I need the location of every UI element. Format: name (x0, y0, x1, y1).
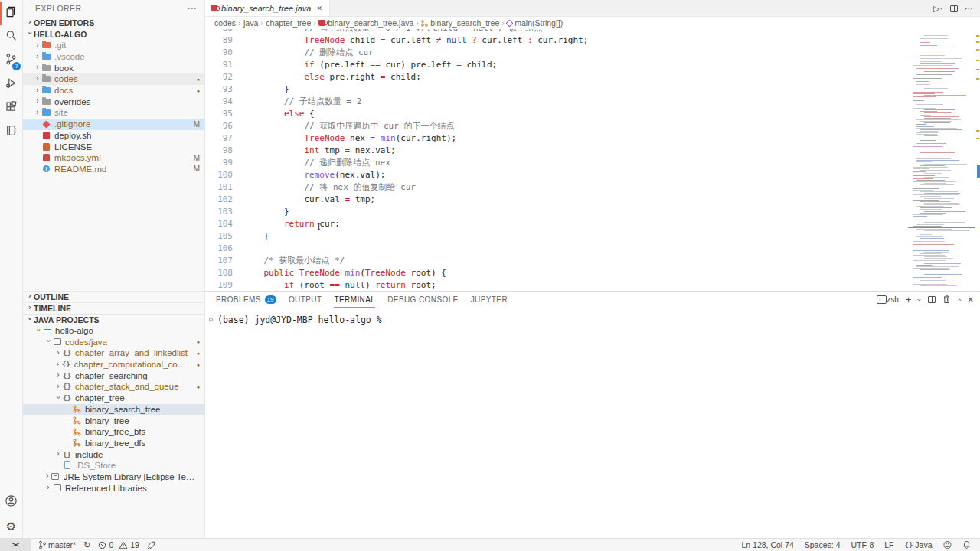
panel-tab-debug-console[interactable]: DEBUG CONSOLE (387, 292, 458, 308)
breadcrumb-item-2[interactable]: chapter_tree (266, 18, 311, 28)
launch-indicator[interactable] (147, 541, 155, 549)
java-item-chapter-array-and-linkedlist[interactable]: ›{}chapter_array_and_linkedlist● (23, 347, 204, 359)
minimap-line (911, 188, 972, 189)
section-timeline[interactable]: › TIMELINE (23, 302, 204, 314)
breadcrumb-item-3[interactable]: binary_search_tree.java (318, 18, 413, 28)
language-mode[interactable]: {} Java (905, 540, 933, 549)
minimap-line (911, 63, 972, 64)
feedback-button[interactable]: ☺ (943, 540, 952, 550)
explorer-item-license[interactable]: LICENSE (23, 141, 204, 152)
section-outline[interactable]: › OUTLINE (23, 291, 204, 302)
java-item-chapter-computational-complexity[interactable]: ›{}chapter_computational_complexity● (23, 359, 204, 370)
chevron-down-icon[interactable]: › (916, 298, 923, 302)
java-item-binary-search-tree[interactable]: binary_search_tree (23, 404, 204, 416)
section-open-editors[interactable]: › OPEN EDITORS (23, 17, 204, 28)
java-item-binary-tree-bfs[interactable]: binary_tree_bfs (23, 426, 204, 438)
status-item-3[interactable]: LF (884, 540, 893, 549)
token: else (284, 109, 305, 119)
breadcrumb-separator: › (260, 19, 263, 28)
doc-icon (62, 461, 72, 469)
info-icon: i (41, 165, 51, 172)
token: /* 获取最小结点 */ (263, 256, 345, 266)
settings-button[interactable]: ⚙ (0, 514, 22, 538)
notifications-button[interactable] (962, 540, 971, 549)
maximize-panel-icon[interactable]: › (956, 298, 963, 302)
breadcrumb-item-1[interactable]: java (243, 18, 258, 28)
tab-binary-search-tree-java[interactable]: binary_search_tree.java ✕ (205, 0, 330, 16)
panel-tab-problems[interactable]: PROBLEMS19 (216, 292, 276, 308)
token: TreeNode (304, 133, 345, 143)
explorer-item-site[interactable]: ›site (23, 107, 204, 119)
activity-extensions-button[interactable] (0, 96, 22, 120)
java-item-binary-tree[interactable]: binary_tree (23, 415, 204, 426)
more-actions-icon[interactable]: ⋯ (188, 3, 197, 14)
java-item-include[interactable]: ›{}include (23, 448, 204, 460)
explorer-item-book[interactable]: ›book (23, 62, 204, 73)
explorer-item-readme-md[interactable]: iREADME.mdM (23, 164, 204, 175)
minimap-line (911, 187, 972, 187)
java-item-referenced-libraries[interactable]: ›Referenced Libraries (23, 482, 204, 494)
folder-icon (41, 99, 51, 105)
folder-icon (41, 65, 51, 71)
modified-dot-badge: ● (194, 384, 200, 390)
explorer-item--git[interactable]: ›.git (23, 40, 204, 51)
token: cur.val (304, 194, 345, 204)
java-item-chapter-searching[interactable]: ›{}chapter_searching (23, 370, 204, 381)
activity-notebook-button[interactable] (0, 120, 22, 144)
gear-icon: ⚙ (6, 520, 16, 533)
java-item-chapter-stack-and-queue[interactable]: ›{}chapter_stack_and_queue● (23, 381, 204, 393)
terminal[interactable]: (base) jyd@JYD-MBP hello-algo % (205, 308, 980, 538)
status-item-1[interactable]: Spaces: 4 (805, 540, 841, 549)
item-label: .DS_Store (75, 461, 116, 470)
close-tab-icon[interactable]: ✕ (315, 4, 324, 13)
java-item-binary-tree-dfs[interactable]: binary_tree_dfs (23, 438, 204, 449)
java-item-chapter-tree[interactable]: ›{}chapter_tree (23, 393, 204, 404)
split-terminal-icon[interactable] (928, 296, 936, 303)
status-item-2[interactable]: UTF-8 (851, 540, 874, 549)
new-terminal-button[interactable]: + (906, 294, 912, 305)
minimap[interactable] (911, 34, 972, 288)
explorer-item-deploy-sh[interactable]: deploy.sh (23, 130, 204, 142)
explorer-item-codes[interactable]: ›codes● (23, 73, 204, 85)
section-hello-algo[interactable]: › HELLO-ALGO (23, 28, 204, 40)
java-item-codes-java[interactable]: ›codes/java● (23, 336, 204, 347)
panel-tab-jupyter[interactable]: JUPYTER (471, 292, 508, 308)
activity-run-debug-button[interactable] (0, 73, 22, 96)
panel-tab-terminal[interactable]: TERMINAL (334, 292, 375, 308)
breadcrumb-item-0[interactable]: codes (214, 18, 236, 28)
explorer-item-overrides[interactable]: ›overrides (23, 96, 204, 107)
minimap-line (911, 115, 972, 116)
split-editor-icon[interactable] (950, 5, 958, 12)
activity-search-button[interactable] (0, 25, 22, 49)
java-item-hello-algo[interactable]: ›hello-algo (23, 325, 204, 337)
sync-button[interactable]: ↻ (83, 540, 90, 550)
status-item-0[interactable]: Ln 128, Col 74 (741, 540, 793, 549)
close-panel-icon[interactable]: ✕ (968, 295, 974, 304)
explorer-item-docs[interactable]: ›docs● (23, 85, 204, 96)
minimap-line (911, 248, 972, 249)
panel-tab-output[interactable]: OUTPUT (289, 292, 322, 308)
activity-explorer-button[interactable] (0, 2, 22, 25)
code-area[interactable]: 88// 当子结点数量 = 0 / 1 时，child = null / 该子结… (205, 29, 910, 291)
account-button[interactable] (0, 491, 22, 514)
chevron-down-icon: › (938, 7, 946, 10)
java-item--ds-store[interactable]: .DS_Store (23, 460, 204, 471)
run-file-button[interactable]: ▷ › (933, 4, 943, 14)
activity-source-control-button[interactable]: 7 (0, 49, 22, 73)
branch-indicator[interactable]: master* (38, 540, 76, 549)
more-actions-icon[interactable]: ⋯ (965, 4, 974, 14)
remote-indicator[interactable]: >< (0, 539, 31, 551)
breadcrumb-item-4[interactable]: binary_search_tree (421, 18, 499, 28)
terminal-shell-selector[interactable]: › zsh (877, 295, 899, 304)
explorer-item-mkdocs-yml[interactable]: mkdocs.ymlM (23, 152, 204, 164)
item-label: chapter_searching (75, 371, 148, 380)
explorer-item--gitignore[interactable]: .gitignoreM (23, 119, 204, 130)
explorer-item--vscode[interactable]: ›.vscode (23, 51, 204, 63)
problems-indicator[interactable]: 0 19 (98, 540, 139, 549)
breadcrumb-item-5[interactable]: main(String[]) (507, 18, 563, 28)
files-icon (5, 5, 18, 21)
scrollbar-thumb[interactable] (977, 165, 980, 178)
section-java-projects[interactable]: › JAVA PROJECTS (23, 314, 204, 325)
kill-terminal-icon[interactable] (942, 293, 951, 307)
java-item-jre-system-library-eclipse-temurin-17-17-[interactable]: ›JRE System Library [Eclipse Temurin 17 … (23, 471, 204, 483)
